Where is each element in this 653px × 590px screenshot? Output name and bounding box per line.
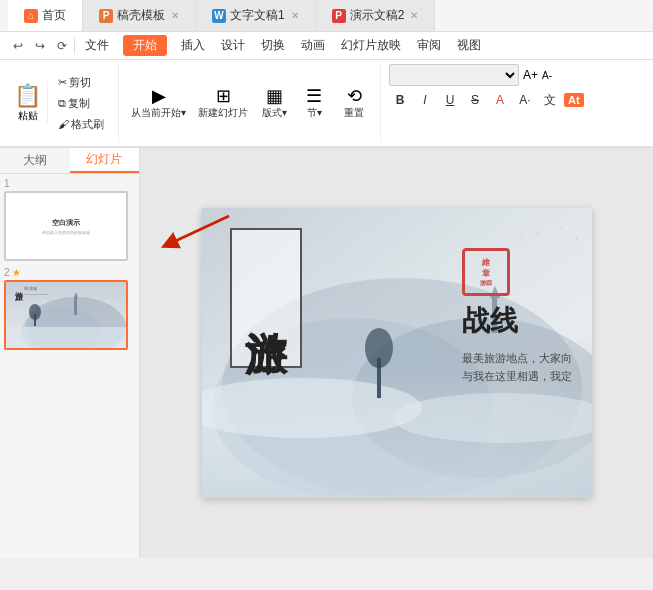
section-btn[interactable]: ☰ 节▾ [296, 85, 332, 122]
title-bar: ⌂ 首页 P 稿壳模板 ✕ W 文字文稿1 ✕ P 演示文稿2 ✕ [0, 0, 653, 32]
template-tab[interactable]: P 稿壳模板 ✕ [83, 0, 196, 31]
format-brush-button[interactable]: 🖌 格式刷 [52, 115, 110, 134]
battle-line-text: 战线 [462, 302, 572, 340]
strikethrough-button[interactable]: S [464, 89, 486, 111]
ppt2-icon: P [332, 9, 346, 23]
start-from-btn[interactable]: ▶ 从当前开始▾ [127, 85, 190, 122]
slide-preview-1[interactable]: 空白演示 单击输入您想添加的副标题 [4, 191, 128, 261]
travel-text-box[interactable]: 旅游 [230, 228, 302, 368]
desc-line-1: 最美旅游地点，大家向 [462, 350, 572, 368]
word-label: 文字文稿1 [230, 7, 285, 24]
menu-design[interactable]: 设计 [213, 35, 253, 56]
stamp-text1: 維 [482, 257, 490, 268]
font-group: A+ A- B I U S A A· 文 At [389, 64, 592, 142]
red-arrow [154, 206, 234, 259]
sep1 [74, 38, 75, 54]
play-icon: ▶ [152, 87, 166, 105]
word-tab[interactable]: W 文字文稿1 ✕ [196, 0, 316, 31]
font-color2-button[interactable]: A· [514, 89, 536, 111]
paste-button[interactable]: 📋 粘贴 [8, 81, 48, 125]
slides-group: ▶ 从当前开始▾ ⊞ 新建幻灯片 ▦ 版式▾ ☰ 节▾ ⟲ 重置 [127, 64, 381, 142]
cut-button[interactable]: ✂ 剪切 [52, 73, 110, 92]
svg-line-9 [169, 216, 229, 244]
copy-button[interactable]: ⧉ 复制 [52, 94, 110, 113]
menu-slideshow[interactable]: 幻灯片放映 [333, 35, 409, 56]
home-label: 首页 [42, 7, 66, 24]
clipboard-buttons: 📋 粘贴 ✂ 剪切 ⧉ 复制 🖌 格式刷 [8, 64, 110, 142]
word-close[interactable]: ✕ [291, 10, 299, 21]
ribbon: 📋 粘贴 ✂ 剪切 ⧉ 复制 🖌 格式刷 [0, 60, 653, 148]
description-text: 最美旅游地点，大家向 与我在这里相遇，我定 [462, 350, 572, 385]
svg-point-5 [29, 304, 41, 320]
begin-button[interactable]: 开始 [123, 35, 167, 56]
font-family-select[interactable] [389, 64, 519, 86]
slide1-subtitle: 单击输入您想添加的副标题 [42, 230, 90, 235]
home-tab[interactable]: ⌂ 首页 [8, 0, 83, 31]
slide1-title: 空白演示 [52, 218, 80, 228]
font-size-decrease[interactable]: A- [542, 70, 552, 81]
template-close[interactable]: ✕ [171, 10, 179, 21]
slide-thumb-2[interactable]: 2 ★ [4, 267, 135, 350]
outline-tab[interactable]: 大纲 [0, 148, 70, 173]
svg-point-28 [581, 252, 583, 254]
menu-switch[interactable]: 切换 [253, 35, 293, 56]
font-size-increase[interactable]: A+ [523, 68, 538, 82]
arrow-svg [154, 206, 234, 256]
svg-point-25 [575, 237, 578, 240]
undo-btn[interactable]: ↩ [8, 36, 28, 56]
stamp-text3: 游踪 [480, 279, 492, 288]
redo-btn[interactable]: ↪ [30, 36, 50, 56]
char-spacing-button[interactable]: 文 [539, 89, 561, 111]
slide2-info: 周 境城 ———————— [24, 286, 48, 297]
svg-point-18 [365, 328, 393, 368]
italic-button[interactable]: I [414, 89, 436, 111]
svg-point-22 [536, 232, 538, 234]
svg-point-24 [561, 227, 563, 229]
slide2-content: 旅游 周 境城 ———————— [6, 282, 126, 348]
underline-button[interactable]: U [439, 89, 461, 111]
svg-point-21 [521, 237, 523, 239]
reset-label: 重置 [344, 106, 364, 120]
svg-point-23 [551, 242, 553, 244]
slide-number-1: 1 [4, 178, 135, 189]
ppt2-close[interactable]: ✕ [410, 10, 418, 21]
copy-label: 复制 [68, 96, 90, 111]
new-slide-icon: ⊞ [216, 87, 231, 105]
template-icon: P [99, 9, 113, 23]
new-slide-btn[interactable]: ⊞ 新建幻灯片 [194, 85, 252, 122]
sidebar-tabs: 大纲 幻灯片 [0, 148, 139, 174]
ppt2-tab[interactable]: P 演示文稿2 ✕ [316, 0, 436, 31]
layout-btn[interactable]: ▦ 版式▾ [256, 85, 292, 122]
slide-preview-2[interactable]: 旅游 周 境城 ———————— [4, 280, 128, 350]
small-clipboard-buttons: ✂ 剪切 ⧉ 复制 🖌 格式刷 [52, 73, 110, 134]
menu-review[interactable]: 审阅 [409, 35, 449, 56]
layout-label: 版式▾ [262, 106, 287, 120]
menu-file[interactable]: 文件 [77, 35, 117, 56]
template-label: 稿壳模板 [117, 7, 165, 24]
cut-label: 剪切 [69, 75, 91, 90]
paste-icon: 📋 [14, 83, 41, 109]
clipboard-group: 📋 粘贴 ✂ 剪切 ⧉ 复制 🖌 格式刷 [8, 64, 119, 142]
refresh-btn[interactable]: ⟳ [52, 36, 72, 56]
font-color-button[interactable]: A [489, 89, 511, 111]
menu-view[interactable]: 视图 [449, 35, 489, 56]
slide1-content: 空白演示 单击输入您想添加的副标题 [6, 193, 126, 259]
menu-animate[interactable]: 动画 [293, 35, 333, 56]
ribbon-content: 📋 粘贴 ✂ 剪切 ⧉ 复制 🖌 格式刷 [0, 60, 653, 146]
reset-icon: ⟲ [347, 87, 362, 105]
slides-tab[interactable]: 幻灯片 [70, 148, 140, 173]
slide-thumb-1[interactable]: 1 空白演示 单击输入您想添加的副标题 [4, 178, 135, 261]
at-badge: At [564, 93, 584, 107]
slide-right-content: 維 章 游踪 战线 最美旅游地点，大家向 与我在这里相遇，我定 [462, 248, 572, 385]
menu-insert[interactable]: 插入 [173, 35, 213, 56]
reset-btn[interactable]: ⟲ 重置 [336, 85, 372, 122]
layout-icon: ▦ [266, 87, 283, 105]
ppt2-label: 演示文稿2 [350, 7, 405, 24]
brush-icon: 🖌 [58, 118, 69, 130]
svg-rect-6 [74, 297, 77, 315]
paste-label: 粘贴 [18, 109, 38, 123]
section-label: 节▾ [307, 106, 322, 120]
new-slide-label: 新建幻灯片 [198, 106, 248, 120]
svg-rect-3 [6, 327, 126, 348]
bold-button[interactable]: B [389, 89, 411, 111]
